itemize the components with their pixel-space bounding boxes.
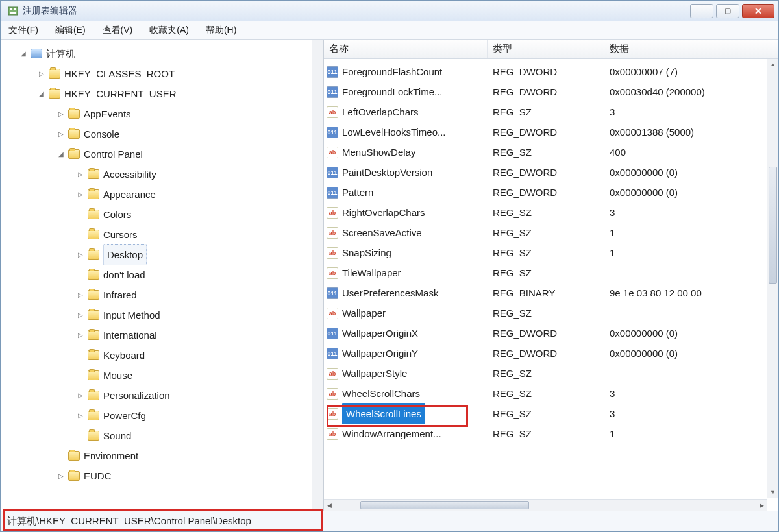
expand-icon[interactable]: ▷ (76, 325, 85, 345)
tree-item[interactable]: ▷Appearance (6, 184, 323, 204)
menu-edit[interactable]: 编辑(E) (51, 22, 90, 39)
minimize-button[interactable]: — (690, 4, 713, 18)
folder-icon (68, 129, 80, 139)
expand-icon[interactable]: ▷ (76, 184, 85, 204)
registry-value-row[interactable]: abRightOverlapCharsREG_SZ3 (324, 202, 778, 223)
value-type: REG_DWORD (488, 122, 604, 142)
vertical-scrollbar[interactable]: ▲ ▼ (767, 59, 778, 498)
value-type: REG_SZ (488, 243, 604, 263)
tree-item-label: Personalization (103, 385, 170, 405)
registry-value-row[interactable]: abWheelScrollLinesREG_SZ3 (324, 404, 778, 424)
horizontal-scrollbar[interactable]: ◀ ▶ (324, 499, 767, 511)
tree-item[interactable]: ◢HKEY_CURRENT_USER (6, 84, 323, 104)
tree-item[interactable]: Mouse (6, 365, 323, 385)
expand-icon[interactable]: ▷ (56, 124, 66, 144)
value-icon: ab (327, 247, 338, 259)
value-data: 1 (604, 424, 778, 444)
maximize-button[interactable]: ▢ (716, 4, 739, 18)
expand-icon[interactable]: ▷ (76, 164, 85, 184)
tree-item[interactable]: ▷Input Method (6, 305, 323, 325)
menu-view[interactable]: 查看(V) (99, 22, 137, 39)
expand-icon[interactable]: ▷ (76, 245, 85, 265)
registry-value-row[interactable]: abScreenSaveActiveREG_SZ1 (324, 223, 778, 243)
expand-icon[interactable]: ◢ (19, 43, 28, 64)
tree-scrollbar[interactable] (312, 40, 323, 511)
menu-help[interactable]: 帮助(H) (202, 22, 240, 39)
scroll-up-icon[interactable]: ▲ (768, 59, 778, 69)
tree-item[interactable]: Keyboard (6, 345, 323, 365)
tree-item[interactable]: ▷Console (6, 124, 323, 144)
list-pane[interactable]: 名称 类型 数据 011110ForegroundFlashCountREG_D… (324, 40, 778, 511)
expand-icon[interactable]: ▷ (76, 285, 85, 305)
tree-item[interactable]: Colors (6, 204, 323, 224)
close-button[interactable]: ✕ (742, 4, 774, 18)
tree-item-label: International (103, 325, 157, 345)
registry-value-row[interactable]: 011110WallpaperOriginYREG_DWORD0x0000000… (324, 343, 778, 363)
registry-value-row[interactable]: 011110PatternREG_DWORD0x00000000 (0) (324, 182, 778, 202)
registry-value-row[interactable]: abTileWallpaperREG_SZ (324, 263, 778, 283)
expand-icon[interactable]: ▷ (37, 64, 46, 84)
scroll-right-icon[interactable]: ▶ (756, 502, 767, 509)
value-icon: 011110 (327, 187, 338, 199)
tree-item[interactable]: Environment (6, 446, 323, 466)
tree-item[interactable]: Cursors (6, 224, 323, 245)
tree-item[interactable]: ▷Infrared (6, 285, 323, 305)
folder-icon (88, 270, 99, 280)
registry-value-row[interactable]: abWallpaperREG_SZ (324, 303, 778, 323)
registry-value-row[interactable]: abWallpaperStyleREG_SZ (324, 363, 778, 383)
tree-item[interactable]: ◢Control Panel (6, 144, 323, 164)
registry-value-row[interactable]: 011110LowLevelHooksTimeo...REG_DWORD0x00… (324, 122, 778, 142)
value-icon: 011110 (327, 167, 338, 178)
registry-value-row[interactable]: abWheelScrollCharsREG_SZ3 (324, 383, 778, 404)
tree-item[interactable]: ▷Accessibility (6, 164, 323, 184)
col-header-name[interactable]: 名称 (324, 40, 488, 58)
expand-icon[interactable]: ◢ (37, 84, 46, 104)
list-body[interactable]: 011110ForegroundFlashCountREG_DWORD0x000… (324, 59, 778, 511)
value-icon: ab (327, 368, 338, 380)
expand-icon[interactable]: ▷ (76, 305, 85, 325)
registry-value-row[interactable]: 011110WallpaperOriginXREG_DWORD0x0000000… (324, 323, 778, 343)
expand-icon[interactable]: ▷ (76, 385, 85, 405)
col-header-data[interactable]: 数据 (604, 40, 778, 58)
value-type: REG_SZ (488, 303, 604, 323)
tree-item[interactable]: don't load (6, 265, 323, 285)
titlebar[interactable]: 注册表编辑器 — ▢ ✕ (1, 1, 778, 21)
expand-icon[interactable]: ▷ (56, 104, 66, 124)
value-name: WheelScrollChars (342, 383, 420, 404)
tree-item[interactable]: ▷Desktop (6, 245, 323, 265)
tree-item-label: don't load (103, 265, 145, 285)
expand-icon[interactable]: ◢ (56, 144, 66, 164)
tree-item-label: Desktop (103, 244, 147, 265)
value-data: 0x00000000 (0) (604, 162, 778, 182)
tree-item[interactable]: ▷HKEY_CLASSES_ROOT (6, 64, 323, 84)
scroll-thumb-h[interactable] (360, 501, 529, 509)
tree-item[interactable]: ▷Personalization (6, 385, 323, 405)
scroll-thumb[interactable] (769, 167, 777, 284)
registry-value-row[interactable]: abMenuShowDelayREG_SZ400 (324, 142, 778, 162)
registry-value-row[interactable]: abWindowArrangement...REG_SZ1 (324, 424, 778, 444)
registry-value-row[interactable]: 011110ForegroundLockTime...REG_DWORD0x00… (324, 82, 778, 102)
tree-item[interactable]: Sound (6, 426, 323, 446)
scroll-left-icon[interactable]: ◀ (324, 502, 334, 509)
expand-icon[interactable]: ▷ (56, 466, 66, 486)
scroll-down-icon[interactable]: ▼ (768, 487, 778, 498)
menu-file[interactable]: 文件(F) (5, 22, 42, 39)
folder-icon (68, 471, 80, 481)
value-type: REG_SZ (488, 202, 604, 223)
tree-root[interactable]: ◢ 计算机 (6, 43, 323, 64)
statusbar: 计算机\HKEY_CURRENT_USER\Control Panel\Desk… (1, 511, 778, 531)
registry-value-row[interactable]: abSnapSizingREG_SZ1 (324, 243, 778, 263)
tree-item[interactable]: ▷AppEvents (6, 104, 323, 124)
registry-value-row[interactable]: 011110UserPreferencesMaskREG_BINARY9e 1e… (324, 283, 778, 303)
registry-value-row[interactable]: abLeftOverlapCharsREG_SZ3 (324, 102, 778, 122)
tree-item[interactable]: ▷PowerCfg (6, 405, 323, 426)
registry-value-row[interactable]: 011110PaintDesktopVersionREG_DWORD0x0000… (324, 162, 778, 182)
tree-item[interactable]: ▷EUDC (6, 466, 323, 486)
tree-pane[interactable]: ◢ 计算机 ▷HKEY_CLASSES_ROOT◢HKEY_CURRENT_US… (1, 40, 324, 511)
tree-item[interactable]: ▷International (6, 325, 323, 345)
menu-favorites[interactable]: 收藏夹(A) (145, 22, 193, 39)
registry-value-row[interactable]: 011110ForegroundFlashCountREG_DWORD0x000… (324, 62, 778, 82)
expand-icon[interactable]: ▷ (76, 405, 85, 426)
value-name: WallpaperOriginY (342, 343, 418, 363)
col-header-type[interactable]: 类型 (488, 40, 604, 58)
